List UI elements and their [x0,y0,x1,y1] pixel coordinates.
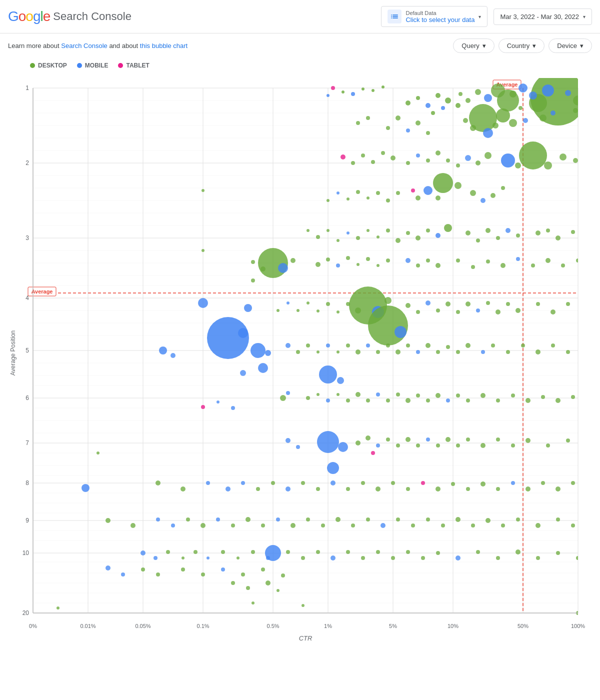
svg-point-167 [376,191,380,195]
svg-point-265 [356,350,360,354]
svg-point-255 [244,304,252,312]
data-selector[interactable]: Default Data Click to select your data ▾ [381,6,488,27]
country-filter[interactable]: Country ▾ [498,38,545,53]
svg-point-264 [346,344,350,348]
svg-point-157 [454,182,462,189]
svg-point-336 [466,438,470,442]
svg-point-221 [531,264,535,268]
svg-point-191 [486,228,490,233]
svg-point-319 [368,306,408,346]
svg-point-199 [258,248,288,278]
svg-point-261 [316,350,320,354]
svg-point-232 [406,303,410,308]
svg-point-212 [406,258,410,263]
svg-point-417 [301,556,305,560]
svg-point-360 [376,486,380,492]
svg-point-283 [566,350,570,354]
svg-point-99 [518,84,528,92]
query-filter[interactable]: Query ▾ [453,38,494,53]
svg-point-120 [496,108,510,122]
svg-point-146 [406,161,410,165]
search-console-link[interactable]: Search Console [61,42,108,50]
svg-point-330 [406,437,410,442]
bubble-chart-link[interactable]: this bubble chart [140,42,188,50]
svg-point-371 [541,481,545,485]
svg-point-160 [411,188,415,192]
svg-point-438 [181,568,185,572]
svg-point-310 [526,398,530,403]
svg-point-247 [346,302,350,306]
svg-point-258 [286,343,290,348]
svg-point-444 [231,581,235,585]
svg-point-180 [386,228,390,232]
svg-point-174 [444,224,452,232]
and-text: and about [109,42,138,50]
svg-point-257 [265,350,271,356]
svg-point-328 [386,438,390,442]
svg-text:0.5%: 0.5% [266,623,279,629]
svg-point-406 [154,556,158,560]
svg-point-169 [356,190,360,194]
svg-point-356 [316,487,320,491]
svg-point-323 [286,438,290,443]
svg-point-398 [471,524,475,528]
svg-point-170 [346,198,350,200]
svg-point-149 [371,160,375,164]
svg-text:0.01%: 0.01% [80,623,96,629]
svg-point-447 [276,589,280,592]
svg-point-183 [356,236,360,240]
svg-point-446 [266,580,270,586]
svg-point-227 [384,297,392,304]
svg-point-131 [426,131,430,135]
svg-point-411 [221,550,225,554]
svg-point-367 [480,482,486,486]
svg-point-94 [484,94,492,102]
svg-point-334 [446,437,450,442]
svg-point-413 [251,550,255,554]
svg-point-245 [550,310,556,314]
svg-point-301 [416,394,420,398]
desktop-label: DESKTOP [38,62,67,69]
svg-point-302 [426,398,430,402]
chart-container: Average Position [8,73,592,663]
svg-point-105 [382,86,384,88]
legend-desktop: DESKTOP [30,62,67,69]
svg-point-366 [466,487,470,491]
y-axis-label: Average Position [10,330,16,376]
svg-point-116 [441,106,445,110]
svg-point-445 [246,586,250,590]
svg-point-256 [250,343,266,358]
svg-point-260 [306,344,310,348]
svg-point-246 [566,302,570,306]
svg-point-132 [356,121,360,125]
svg-point-145 [416,154,420,158]
svg-point-92 [491,84,505,98]
query-label: Query [462,42,479,50]
svg-point-239 [476,308,480,312]
svg-point-324 [296,445,300,449]
svg-point-395 [426,518,430,522]
svg-point-122 [492,122,498,128]
svg-point-337 [480,443,486,448]
svg-point-394 [411,524,415,528]
svg-point-125 [470,125,476,131]
svg-text:3: 3 [26,234,29,242]
svg-point-109 [331,86,335,90]
svg-point-207 [346,256,350,260]
svg-point-287 [240,370,246,376]
svg-point-313 [571,395,575,399]
svg-point-376 [130,523,136,528]
svg-point-354 [286,486,290,492]
date-selector[interactable]: Mar 3, 2022 - Mar 30, 2022 ▾ [494,8,592,25]
svg-point-407 [166,550,170,554]
svg-point-304 [446,398,450,402]
device-filter[interactable]: Device ▾ [548,38,592,53]
svg-point-209 [366,257,370,261]
svg-point-181 [376,236,380,238]
svg-text:0.05%: 0.05% [135,623,150,629]
svg-point-282 [551,344,555,348]
svg-point-178 [406,231,410,235]
svg-point-429 [496,556,500,560]
svg-point-291 [316,393,320,396]
svg-point-289 [286,391,290,395]
